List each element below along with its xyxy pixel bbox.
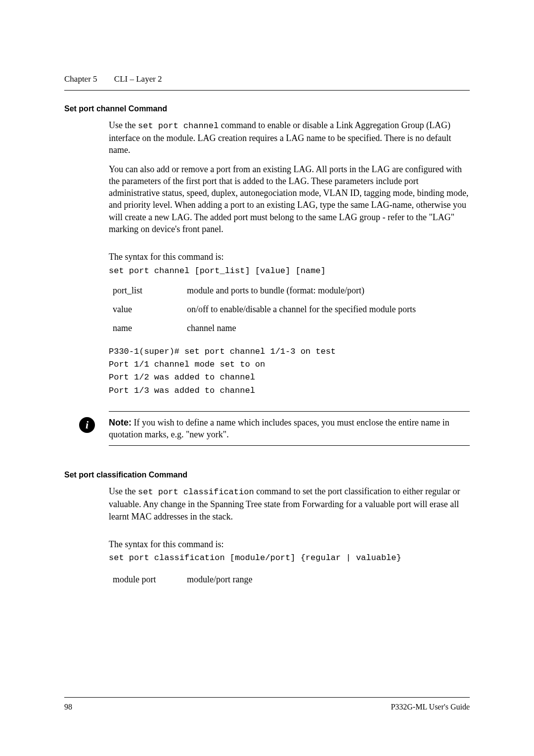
info-icon: i bbox=[79, 417, 95, 433]
intro-prefix: Use the bbox=[109, 120, 138, 130]
page-footer: 98 P332G-ML User's Guide bbox=[64, 697, 470, 711]
param-name: port_list bbox=[113, 284, 187, 296]
note-body: If you wish to define a name which inclu… bbox=[109, 418, 449, 439]
param-name: module port bbox=[113, 573, 187, 585]
note-content: Note: If you wish to define a name which… bbox=[109, 417, 470, 441]
param-table-classification: module port module/port range bbox=[113, 573, 470, 585]
note-rule-bottom bbox=[109, 445, 470, 446]
intro-paragraph-classification: Use the set port classification command … bbox=[109, 485, 470, 522]
info-icon-glyph: i bbox=[86, 419, 89, 431]
intro-code: set port channel bbox=[138, 121, 219, 131]
header-rule bbox=[64, 90, 470, 91]
example-line: Port 1/2 was added to channel bbox=[109, 371, 470, 384]
intro-code-2: set port classification bbox=[138, 487, 254, 497]
param-table-port-channel: port_list module and ports to bundle (fo… bbox=[113, 284, 470, 334]
example-line: P330-1(super)# set port channel 1/1-3 on… bbox=[109, 345, 470, 358]
example-line: Port 1/3 was added to channel bbox=[109, 384, 470, 397]
section-heading-port-channel: Set port channel Command bbox=[64, 104, 470, 113]
note-text: Note: If you wish to define a name which… bbox=[109, 417, 470, 441]
guide-name: P332G-ML User's Guide bbox=[391, 703, 470, 711]
param-desc: channel name bbox=[187, 322, 470, 334]
note-label: Note: bbox=[109, 418, 132, 427]
param-row: module port module/port range bbox=[113, 573, 470, 585]
param-desc: module/port range bbox=[187, 573, 470, 585]
syntax-label-2: The syntax for this command is: bbox=[109, 538, 470, 550]
syntax-code: set port channel [port_list] [value] [na… bbox=[109, 266, 470, 276]
page-number: 98 bbox=[64, 703, 72, 711]
intro-prefix-2: Use the bbox=[109, 486, 138, 496]
param-row: port_list module and ports to bundle (fo… bbox=[113, 284, 470, 296]
param-row: value on/off to enable/disable a channel… bbox=[113, 303, 470, 315]
param-desc: on/off to enable/disable a channel for t… bbox=[187, 303, 470, 315]
syntax-label: The syntax for this command is: bbox=[109, 251, 470, 263]
param-name: value bbox=[113, 303, 187, 315]
section-heading-port-classification: Set port classification Command bbox=[64, 471, 470, 479]
example-block: P330-1(super)# set port channel 1/1-3 on… bbox=[109, 345, 470, 397]
param-desc: module and ports to bundle (format: modu… bbox=[187, 284, 470, 296]
page-header: Chapter 5 CLI – Layer 2 bbox=[64, 74, 470, 84]
syntax-code-2: set port classification [module/port] {r… bbox=[109, 553, 470, 563]
param-name: name bbox=[113, 322, 187, 334]
chapter-label: Chapter 5 bbox=[64, 74, 97, 84]
chapter-title: CLI – Layer 2 bbox=[114, 74, 162, 84]
intro-paragraph: Use the set port channel command to enab… bbox=[109, 119, 470, 156]
param-row: name channel name bbox=[113, 322, 470, 334]
paragraph-lag-details: You can also add or remove a port from a… bbox=[109, 163, 470, 236]
example-line: Port 1/1 channel mode set to on bbox=[109, 358, 470, 371]
note-rule-top bbox=[109, 411, 470, 412]
footer-content: 98 P332G-ML User's Guide bbox=[64, 703, 470, 711]
note-block: i Note: If you wish to define a name whi… bbox=[109, 411, 470, 446]
footer-rule bbox=[64, 697, 470, 698]
